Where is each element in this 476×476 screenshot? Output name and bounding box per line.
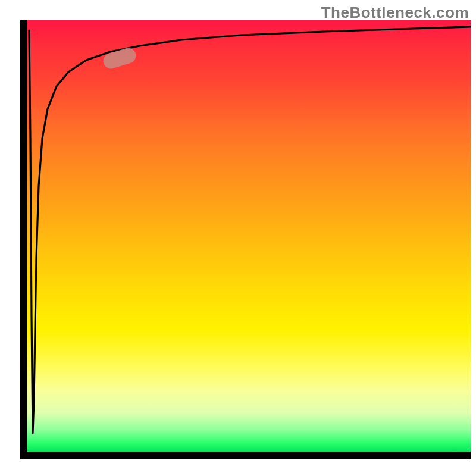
plot-area bbox=[20, 20, 471, 459]
gradient-background bbox=[27, 20, 471, 452]
chart-container: TheBottleneck.com bbox=[0, 0, 476, 476]
watermark-text: TheBottleneck.com bbox=[321, 4, 469, 22]
